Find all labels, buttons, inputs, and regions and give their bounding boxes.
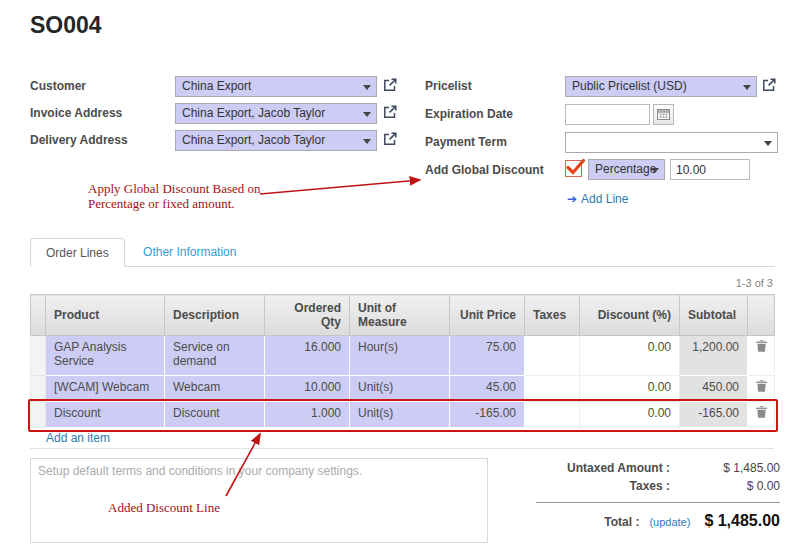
header-subtotal: Subtotal [680, 295, 748, 336]
discount-type-select[interactable]: Percentage [588, 159, 665, 180]
cell-qty[interactable]: 16.000 [265, 336, 350, 376]
add-line-label: Add Line [581, 192, 628, 206]
chevron-down-icon [743, 85, 751, 90]
discount-amount-input[interactable] [670, 159, 750, 180]
cell-taxes[interactable] [525, 336, 580, 376]
invoice-address-value: China Export, Jacob Taylor [182, 106, 325, 120]
chevron-down-icon [363, 139, 371, 144]
row-handle [31, 336, 46, 376]
customer-open-record-icon[interactable] [382, 77, 399, 94]
table-row: GAP Analysis Service Service on demand 1… [31, 336, 775, 376]
cell-uom[interactable]: Unit(s) [350, 402, 450, 428]
header-unit-of-measure: Unit of Measure [350, 295, 450, 336]
expiration-date-label: Expiration Date [425, 107, 513, 121]
header-product: Product [46, 295, 165, 336]
table-header-row: Product Description Ordered Qty Unit of … [31, 295, 775, 336]
invoice-address-open-record-icon[interactable] [382, 104, 399, 121]
pricelist-select[interactable]: Public Pricelist (USD) [565, 76, 757, 97]
page-title: SO004 [30, 12, 102, 39]
total-value: $ 1,485.00 [704, 512, 780, 530]
untaxed-amount-label: Untaxed Amount : [567, 461, 670, 475]
cell-subtotal: -165.00 [680, 402, 748, 428]
cell-product[interactable]: GAP Analysis Service [46, 336, 165, 376]
calendar-icon[interactable] [653, 104, 674, 125]
payment-term-label: Payment Term [425, 135, 507, 149]
order-lines-table: Product Description Ordered Qty Unit of … [30, 294, 775, 428]
cell-unit-price[interactable]: 75.00 [450, 336, 525, 376]
chevron-down-icon [363, 85, 371, 90]
sale-order-form: SO004 Customer China Export Invoice Addr… [0, 0, 803, 545]
cell-uom[interactable]: Unit(s) [350, 376, 450, 402]
customer-value: China Export [182, 79, 251, 93]
cell-unit-price[interactable]: -165.00 [450, 402, 525, 428]
header-unit-price: Unit Price [450, 295, 525, 336]
pricelist-label: Pricelist [425, 79, 472, 93]
delivery-address-label: Delivery Address [30, 133, 128, 147]
add-an-item-link[interactable]: Add an item [46, 431, 110, 445]
cell-discount[interactable]: 0.00 [580, 376, 680, 402]
cell-description[interactable]: Service on demand [165, 336, 265, 376]
delivery-address-open-record-icon[interactable] [382, 131, 399, 148]
delivery-address-value: China Export, Jacob Taylor [182, 133, 325, 147]
tab-order-lines[interactable]: Order Lines [30, 238, 125, 267]
row-handle [31, 376, 46, 402]
delete-row-icon[interactable] [756, 380, 767, 395]
cell-description[interactable]: Webcam [165, 376, 265, 402]
annotation-global-discount: Apply Global Discount Based on Percentag… [88, 181, 261, 211]
invoice-address-select[interactable]: China Export, Jacob Taylor [175, 103, 377, 124]
expiration-date-input[interactable] [565, 104, 650, 125]
cell-qty[interactable]: 1.000 [265, 402, 350, 428]
cell-unit-price[interactable]: 45.00 [450, 376, 525, 402]
taxes-value: $ 0.00 [670, 479, 780, 493]
header-taxes: Taxes [525, 295, 580, 336]
delete-row-icon[interactable] [756, 340, 767, 355]
pricelist-value: Public Pricelist (USD) [572, 79, 687, 93]
chevron-down-icon [363, 112, 371, 117]
cell-description[interactable]: Discount [165, 402, 265, 428]
cell-taxes[interactable] [525, 402, 580, 428]
invoice-address-label: Invoice Address [30, 106, 122, 120]
delete-row-icon[interactable] [756, 406, 767, 421]
untaxed-amount-row: Untaxed Amount : $ 1,485.00 [536, 459, 780, 477]
cell-discount[interactable]: 0.00 [580, 336, 680, 376]
customer-label: Customer [30, 79, 86, 93]
header-discount: Discount (%) [580, 295, 680, 336]
annotation-discount-line: Added Discount Line [108, 500, 220, 515]
cell-uom[interactable]: Hour(s) [350, 336, 450, 376]
add-item-row: Add an item [30, 427, 774, 449]
pager: 1-3 of 3 [736, 277, 773, 289]
delivery-address-select[interactable]: China Export, Jacob Taylor [175, 130, 377, 151]
cell-subtotal: 450.00 [680, 376, 748, 402]
header-ordered-qty: Ordered Qty [265, 295, 350, 336]
cell-product[interactable]: Discount [46, 402, 165, 428]
header-gutter [31, 295, 46, 336]
cell-taxes[interactable] [525, 376, 580, 402]
table-row-discount: Discount Discount 1.000 Unit(s) -165.00 … [31, 402, 775, 428]
cell-qty[interactable]: 10.000 [265, 376, 350, 402]
header-delete [748, 295, 775, 336]
cell-product[interactable]: [WCAM] Webcam [46, 376, 165, 402]
total-row: Total : (update) $ 1,485.00 [536, 502, 780, 530]
header-description: Description [165, 295, 265, 336]
total-label: Total : [604, 515, 639, 529]
pricelist-open-record-icon[interactable] [761, 77, 778, 94]
taxes-label: Taxes : [630, 479, 670, 493]
table-row: [WCAM] Webcam Webcam 10.000 Unit(s) 45.0… [31, 376, 775, 402]
global-discount-checkbox[interactable] [565, 160, 582, 177]
customer-select[interactable]: China Export [175, 76, 377, 97]
payment-term-select[interactable] [565, 132, 778, 153]
totals-block: Untaxed Amount : $ 1,485.00 Taxes : $ 0.… [536, 459, 780, 530]
notebook-tabbar: Order Lines Other Information [30, 237, 775, 267]
tab-other-information[interactable]: Other Information [128, 238, 251, 267]
global-discount-label: Add Global Discount [425, 163, 544, 177]
update-total-link[interactable]: (update) [649, 516, 690, 528]
row-handle [31, 402, 46, 428]
annotation-line-1: Apply Global Discount Based on [88, 181, 261, 196]
untaxed-amount-value: $ 1,485.00 [670, 461, 780, 475]
add-line-link[interactable]: ➔Add Line [567, 192, 628, 206]
discount-type-value: Percentage [595, 162, 656, 176]
cell-discount[interactable]: 0.00 [580, 402, 680, 428]
arrow-right-icon: ➔ [567, 192, 577, 206]
chevron-down-icon [764, 141, 772, 146]
terms-and-conditions-textarea[interactable] [30, 458, 488, 543]
